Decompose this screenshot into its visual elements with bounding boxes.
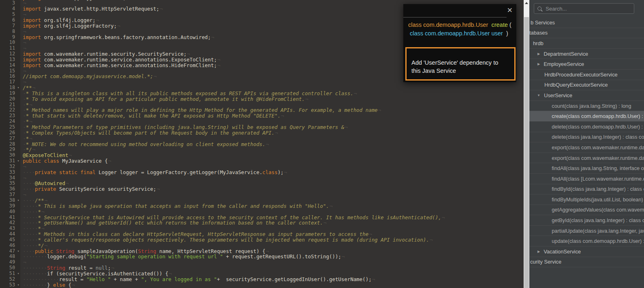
code-line[interactable]: 49¬	[0, 260, 524, 265]
line-number: 29	[0, 147, 15, 153]
code-editor[interactable]: 2package com.demoapp.myjavaservice;¬3¬4i…	[0, 0, 524, 288]
code-line[interactable]: 51▾········if (securityService.isAuthent…	[0, 271, 524, 277]
code-line[interactable]: 29·*/¬	[0, 147, 524, 153]
code-line[interactable]: 36····private SecurityService securitySe…	[0, 186, 524, 192]
code-line[interactable]: 52············result = "Hello " + name +…	[0, 277, 524, 282]
indent-dots: ········	[23, 253, 47, 260]
code-line[interactable]: 42·····* getUserName() and getUserId() e…	[0, 220, 524, 226]
line-number: 37	[0, 192, 15, 198]
fold-arrow-icon[interactable]: ▾	[15, 158, 22, 164]
chevron-right-icon[interactable]: ▶	[537, 250, 540, 253]
code-line[interactable]: 28·* NOTE: We do not recommend using met…	[0, 142, 524, 147]
fold-arrow-icon[interactable]: ▾	[15, 271, 22, 277]
code-line[interactable]: 43·····*¬	[0, 226, 524, 231]
chevron-right-icon[interactable]: ▶	[537, 62, 540, 66]
tree-item-tabases[interactable]: tabases	[529, 28, 644, 39]
newline-mark: ¬	[378, 107, 381, 113]
line-number: 5	[0, 12, 15, 17]
code-line[interactable]: 41·····* SecurityService that is Autowir…	[0, 215, 524, 220]
code-token: org.springframework.beans.factory.annota…	[41, 34, 211, 40]
code-line[interactable]: 47▾····public String sampleJavaOperation…	[0, 249, 524, 254]
code-line[interactable]: 37¬	[0, 192, 524, 198]
tree-item-delete-class-com-demoapp-hrdb-user-void[interactable]: delete(class com.demoapp.hrdb.User) : vo…	[529, 122, 644, 132]
code-line[interactable]: 27·*¬	[0, 136, 524, 142]
code-line[interactable]: 45·····* caller's request/response objec…	[0, 237, 524, 243]
tree-item-departmentservice[interactable]: ▶DepartmentService	[529, 49, 644, 59]
code-line[interactable]: 26·* Complex Types/Objects will become p…	[0, 130, 524, 136]
code-token: @ExposeToClient	[23, 152, 68, 158]
fold-arrow-icon[interactable]: ▾	[15, 198, 22, 203]
scroll-up-button[interactable]	[524, 0, 529, 6]
tree-item-curity-service[interactable]: curity Service	[529, 257, 644, 268]
code-line[interactable]: 23·* that starts with delete/remove, wil…	[0, 113, 524, 119]
code-line[interactable]: 30@ExposeToClient¬	[0, 153, 524, 158]
code-line[interactable]: 35····@Autowired¬	[0, 181, 524, 186]
chevron-right-icon[interactable]: ▶	[537, 52, 540, 56]
tree-item-label: export(class com.wavemaker.runtime.data.…	[552, 155, 644, 161]
tree-item-export-class-com-wavemaker-runtime-data-[interactable]: export(class com.wavemaker.runtime.data.…	[529, 153, 644, 164]
signature-token: create	[492, 22, 508, 28]
tree-item-userservice[interactable]: ▼UserService	[529, 90, 644, 101]
code-line[interactable]: 32¬	[0, 164, 524, 170]
code-token: + securityService.getLoggedInUser().getU…	[217, 276, 371, 282]
code-line[interactable]: 22·* Method names will play a major role…	[0, 107, 524, 113]
tree-item-partialupdate-class-java-lang-integer-ja[interactable]: partialUpdate(class java.lang.Integer, j…	[529, 226, 644, 236]
code-line[interactable]: 53▾········} else {¬	[0, 282, 524, 288]
fold-arrow-icon[interactable]: ▾	[15, 85, 22, 91]
tree-item-findbymultipleids-java-util-list-boolean[interactable]: findByMultipleIds(java.util.List, boolea…	[529, 194, 644, 205]
fold-arrow-icon[interactable]: ▾	[15, 249, 22, 254]
code-text: ·····* This is sample java operation tha…	[23, 203, 333, 209]
code-token: * Method names will play a major role in…	[26, 107, 377, 113]
tree-item-employeeservice[interactable]: ▶EmployeeService	[529, 59, 644, 70]
indent-dots: ·····	[23, 231, 38, 237]
tree-item-getbyid-class-java-lang-integer-class-co[interactable]: getById(class java.lang.Integer) : class…	[529, 215, 644, 226]
code-line[interactable]: 31▾public class MyJavaService {¬	[0, 158, 524, 164]
line-number: 6	[0, 17, 15, 23]
code-line[interactable]: 46·····*/¬	[0, 243, 524, 249]
code-line[interactable]: 20·* To avoid exposing an API for a part…	[0, 96, 524, 102]
code-line[interactable]: 33····private static final Logger logger…	[0, 170, 524, 175]
editor-scrollbar[interactable]	[524, 0, 529, 288]
tree-item-export-class-com-wavemaker-runtime-data-[interactable]: export(class com.wavemaker.runtime.data.…	[529, 142, 644, 153]
tree-item-update-class-com-demoapp-hrdb-user-clas[interactable]: update(class com.demoapp.hrdb.User) : cl…	[529, 236, 644, 247]
add-dependency-action[interactable]: Add 'UserService' dependency to this Jav…	[405, 47, 516, 81]
tree-item-delete-class-java-lang-integer-class-com[interactable]: delete(class java.lang.Integer) : class …	[529, 132, 644, 143]
code-token: + name +	[111, 276, 141, 282]
code-line[interactable]: 25·* Method Parameters of type primitive…	[0, 124, 524, 130]
fold-arrow-icon[interactable]: ▾	[15, 282, 22, 288]
code-line[interactable]: 40·····*¬	[0, 209, 524, 215]
tree-item-hrdbprocedureexecutorservice[interactable]: HrdbProcedureExecutorService	[529, 70, 644, 80]
tree-item-b-services[interactable]: b Services	[529, 17, 644, 28]
tree-item-hrdbqueryexecutorservice[interactable]: HrdbQueryExecutorService	[529, 80, 644, 91]
newline-mark: ¬	[160, 6, 163, 12]
code-line[interactable]: 34¬	[0, 175, 524, 181]
tree-item-count-class-java-lang-string-long[interactable]: count(class java.lang.String) : long	[529, 101, 644, 111]
tree-item-vacationservice[interactable]: ▶VacationService	[529, 247, 644, 257]
code-line[interactable]: 24·*¬	[0, 119, 524, 124]
close-icon[interactable]: ✕	[507, 7, 513, 15]
chevron-down-icon[interactable]: ▼	[537, 94, 540, 97]
line-number: 42	[0, 220, 15, 226]
code-line[interactable]: 44·····* Methods in this class can decla…	[0, 231, 524, 237]
tree-item-getaggregatedvalues-class-com-wavemaker[interactable]: getAggregatedValues(class com.wavemaker	[529, 205, 644, 216]
code-token: * caller's request/response objects resp…	[38, 237, 429, 243]
line-number: 43	[0, 226, 15, 231]
code-line[interactable]: 38▾····/**¬	[0, 198, 524, 203]
code-line[interactable]: 18▾/**¬	[0, 85, 524, 91]
search-box[interactable]	[534, 3, 634, 14]
code-line[interactable]: 48········logger.debug("Starting sample …	[0, 254, 524, 260]
code-token: * Method Parameters of type primitives (…	[26, 124, 344, 130]
tree-item-create-class-com-demoapp-hrdb-user-clas[interactable]: create(class com.demoapp.hrdb.User) : cl…	[529, 111, 644, 122]
code-line[interactable]: 50········String result = null;¬	[0, 265, 524, 271]
search-input[interactable]	[545, 5, 631, 12]
scrollbar-thumb[interactable]	[524, 17, 529, 288]
tree-item-hrdb[interactable]: hrdb	[529, 38, 644, 49]
newline-mark: ¬	[281, 113, 284, 119]
code-line[interactable]: 19·* This is a singleton class with all …	[0, 91, 524, 96]
code-line[interactable]: 21·*¬	[0, 102, 524, 108]
tree-item-findall-class-lcom-wavemaker-runtime-dat[interactable]: findAll(class [Lcom.wavemaker.runtime.da…	[529, 174, 644, 184]
tree-item-findall-class-java-lang-string-interface[interactable]: findAll(class java.lang.String, interfac…	[529, 163, 644, 174]
newline-mark: ¬	[41, 209, 44, 215]
tree-item-findbyid-class-java-lang-integer-class-c[interactable]: findById(class java.lang.Integer) : clas…	[529, 184, 644, 195]
code-line[interactable]: 39·····* This is sample java operation t…	[0, 203, 524, 209]
